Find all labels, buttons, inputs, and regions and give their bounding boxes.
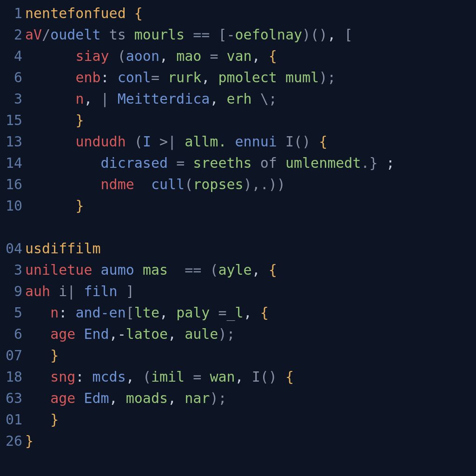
line-number: 07 [0,345,22,366]
code-token: usdiffilm [25,240,101,257]
code-token: paly [176,304,210,321]
code-line[interactable]: sng: mcds, (imil = wan, I() { [25,366,476,388]
code-token: oudelt [50,26,100,43]
code-token: of [260,155,277,171]
code-token: } [50,411,59,428]
code-token: ( [185,176,193,192]
code-token [201,262,210,278]
code-token: ); [210,390,226,406]
line-number: 01 [0,409,22,430]
code-token: allm. [185,133,226,150]
code-token: uniletue [25,262,93,278]
code-token: , [327,26,336,43]
code-token: ); [218,326,235,342]
code-token [252,155,260,171]
code-token: >| [159,133,176,150]
code-line[interactable] [25,217,476,238]
code-token [126,5,134,21]
code-token: == [185,262,201,278]
code-token: van [227,48,252,64]
code-token: latoe [126,326,168,342]
code-token [109,91,118,107]
code-token: ropses [193,176,243,192]
code-line[interactable]: } [25,110,476,131]
code-token: , [84,91,100,107]
code-token: / [42,26,50,43]
code-line[interactable]: uniletue aumo mas == (ayle, { [25,259,476,281]
code-token: umlenmedt [285,155,361,171]
code-token: muml [285,69,319,86]
code-line[interactable]: n: and-en[lte, paly =_l, { [25,302,476,324]
code-token [126,26,134,43]
code-token [118,283,126,299]
code-token [134,262,143,278]
code-token: , [235,369,252,385]
code-token: { [269,262,277,278]
code-token: , [252,48,269,64]
code-token: aoon [126,48,159,64]
code-token [126,133,134,150]
code-line[interactable]: } [25,430,476,452]
code-token [311,133,319,150]
code-line[interactable]: undudh (I >| allm. ennui I() { [25,131,476,152]
code-token: filn [84,283,117,299]
code-token [101,26,109,43]
code-line[interactable]: } [25,195,476,217]
line-number: 1 [0,3,22,24]
code-token: | [101,91,109,107]
code-token [201,48,210,64]
code-token: undudh [75,133,126,150]
code-token [218,48,226,64]
code-token: = [193,369,201,385]
code-token: } [50,347,59,364]
code-token: [ [344,26,352,43]
code-token: i| [59,283,75,299]
line-number: 6 [0,67,22,88]
code-line[interactable]: auh i| filn ] [25,281,476,302]
line-number: 4 [0,46,22,67]
code-token: } [75,198,84,214]
code-token: { [134,5,143,21]
code-token: { [260,304,269,321]
code-line[interactable]: age Edm, moads, nar); [25,388,476,409]
code-token [50,283,59,299]
code-token: [ [126,304,134,321]
code-token: siay [75,48,109,64]
code-token: ndme [101,176,134,192]
code-token: nar [185,390,210,406]
code-area[interactable]: nentefonfued {aV/oudelt ts mourls == [-o… [25,3,476,452]
code-token [93,262,101,278]
code-line[interactable]: n, | Meitterdica, erh \; [25,88,476,110]
code-line[interactable]: enb: conl= rurk, pmolect muml); [25,67,476,88]
code-token: I [285,133,294,150]
code-token: imil [151,369,185,385]
code-token: sng [50,369,75,385]
code-token: { [285,369,294,385]
code-editor[interactable]: 1246315131416100439560718630126 nentefon… [0,0,476,452]
code-line[interactable]: } [25,345,476,366]
code-line[interactable]: aV/oudelt ts mourls == [-oefolnay)(), [ [25,24,476,46]
code-token [168,155,176,171]
code-token: ] [126,283,134,299]
code-token: ts [109,26,126,43]
code-line[interactable]: age End,-latoe, aule); [25,324,476,345]
code-token: , [159,304,176,321]
code-token: age [50,390,75,406]
line-number: 10 [0,195,22,217]
code-token: aumo [101,262,134,278]
code-token: .} [361,155,378,171]
code-token: , [210,91,226,107]
code-line[interactable]: ndme cull(ropses),.)) [25,174,476,195]
code-token: dicrased [101,155,168,171]
code-line[interactable]: } [25,409,476,430]
line-number: 3 [0,88,22,110]
code-token: , [168,326,185,342]
code-line[interactable]: usdiffilm [25,238,476,259]
code-token [168,262,185,278]
code-line[interactable]: nentefonfued { [25,3,476,24]
code-token: n [50,304,59,321]
code-token: mourls [134,26,185,43]
code-line[interactable]: siay (aoon, mao = van, { [25,46,476,67]
code-token: ( [143,369,151,385]
code-line[interactable]: dicrased = sreeths of umlenmedt.} ; [25,152,476,174]
